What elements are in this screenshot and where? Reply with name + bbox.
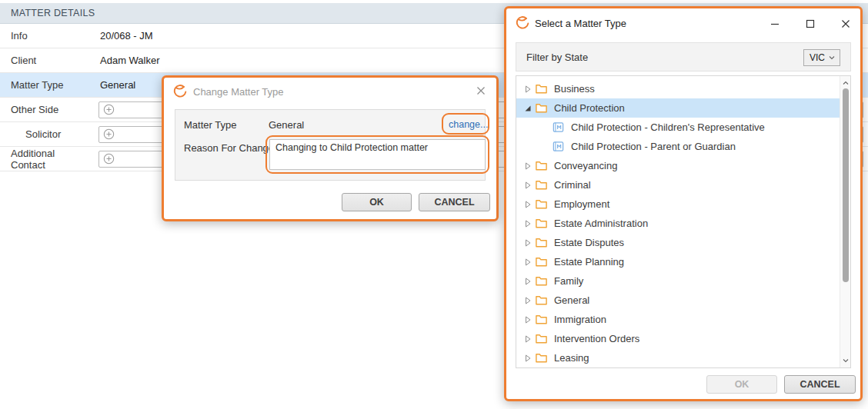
solicitor-label: Solicitor xyxy=(0,128,89,140)
expand-arrow-collapsed-icon[interactable] xyxy=(522,257,533,268)
folder-icon xyxy=(535,255,548,268)
cancel-button[interactable]: CANCEL xyxy=(784,375,856,394)
close-icon[interactable] xyxy=(476,85,486,96)
tree-item-estate-disputes[interactable]: Estate Disputes xyxy=(516,233,840,252)
add-circle-icon xyxy=(103,153,115,165)
select-matter-type-dialog: Select a Matter Type Filter by State VIC… xyxy=(504,6,863,401)
tree-item-business[interactable]: Business xyxy=(516,79,840,98)
filter-by-state-row: Filter by State VIC xyxy=(516,42,851,71)
tree-item-estate-administration[interactable]: Estate Administration xyxy=(516,214,840,233)
tree-item-immigration[interactable]: Immigration xyxy=(516,310,840,329)
tree-item-label: Child Protection - Children's Representa… xyxy=(571,121,765,133)
dialog-title: Select a Matter Type xyxy=(535,18,626,29)
state-dropdown-value: VIC xyxy=(810,52,825,63)
tree-item-label: Conveyancing xyxy=(554,160,617,171)
expand-arrow-collapsed-icon[interactable] xyxy=(522,314,533,325)
field-reason-label: Reason For Change xyxy=(184,142,274,154)
folder-icon xyxy=(535,351,548,364)
maximize-icon[interactable] xyxy=(806,19,815,28)
tree-item-child-protection[interactable]: Child Protection xyxy=(516,98,840,118)
matter-type-label: Matter Type xyxy=(0,79,89,91)
tree-item-employment[interactable]: Employment xyxy=(516,195,840,214)
info-label: Info xyxy=(0,30,89,42)
matter-type-tree: Business Child Protection Child Protecti… xyxy=(516,75,851,368)
tree-item-cp-childrens-representative[interactable]: Child Protection - Children's Representa… xyxy=(516,118,840,137)
field-matter-type-value: General xyxy=(269,119,304,131)
tree-item-label: Estate Administration xyxy=(554,218,648,229)
tree-item-label: Child Protection - Parent or Guardian xyxy=(571,141,736,152)
expand-arrow-collapsed-icon[interactable] xyxy=(522,218,533,229)
additional-contact-label: Additional Contact xyxy=(0,148,89,171)
scroll-up-icon[interactable] xyxy=(842,79,850,87)
expand-arrow-collapsed-icon[interactable] xyxy=(522,161,533,171)
folder-icon xyxy=(535,236,548,249)
scroll-down-icon[interactable] xyxy=(842,357,850,364)
expand-arrow-collapsed-icon[interactable] xyxy=(522,180,533,191)
tree-item-label: Family xyxy=(554,275,583,287)
app-window: MATTER DETAILS Info 20/068 - JM Client A… xyxy=(0,0,868,409)
expand-arrow-collapsed-icon[interactable] xyxy=(522,199,533,210)
matter-type-icon xyxy=(552,140,565,153)
folder-icon xyxy=(535,82,548,95)
tree-item-leasing[interactable]: Leasing xyxy=(516,348,840,367)
tree-item-label: Employment xyxy=(554,198,609,210)
cancel-button[interactable]: CANCEL xyxy=(419,193,490,211)
matter-type-value: General xyxy=(89,79,135,91)
expand-arrow-expanded-icon[interactable] xyxy=(522,103,533,114)
other-side-label: Other Side xyxy=(0,104,89,115)
expand-arrow-collapsed-icon[interactable] xyxy=(522,295,533,306)
scrollbar-thumb[interactable] xyxy=(843,88,849,282)
change-link[interactable]: change... xyxy=(449,119,488,130)
tree-item-intervention-orders[interactable]: Intervention Orders xyxy=(516,329,840,348)
client-label: Client xyxy=(0,55,89,66)
ok-button[interactable]: OK xyxy=(342,193,412,211)
add-circle-icon xyxy=(103,128,115,140)
folder-icon xyxy=(535,332,548,345)
ok-button-disabled: OK xyxy=(706,375,777,394)
smokeball-logo-icon xyxy=(173,85,187,98)
info-value: 20/068 - JM xyxy=(89,30,153,42)
dialog-title: Change Matter Type xyxy=(193,86,284,98)
tree-item-label: Estate Disputes xyxy=(554,237,624,248)
tree-item-general[interactable]: General xyxy=(516,291,840,310)
folder-icon xyxy=(535,101,548,115)
tree-item-label: Immigration xyxy=(554,314,606,325)
expand-arrow-collapsed-icon[interactable] xyxy=(522,334,533,344)
tree-item-conveyancing[interactable]: Conveyancing xyxy=(516,156,840,175)
filter-by-state-label: Filter by State xyxy=(526,52,588,63)
field-matter-type-label: Matter Type xyxy=(184,119,236,131)
client-value: Adam Walker xyxy=(89,55,160,66)
minimize-icon[interactable] xyxy=(770,19,780,28)
reason-for-change-textarea[interactable]: Changing to Child Protection matter xyxy=(269,139,486,170)
tree-item-label: Estate Planning xyxy=(554,256,624,268)
chevron-down-icon xyxy=(828,54,836,62)
folder-icon xyxy=(535,294,548,307)
state-dropdown[interactable]: VIC xyxy=(803,49,840,66)
tree-item-family[interactable]: Family xyxy=(516,271,840,291)
smokeball-logo-icon xyxy=(516,16,529,30)
close-icon[interactable] xyxy=(840,18,851,29)
folder-icon xyxy=(535,217,548,230)
tree-scrollbar[interactable] xyxy=(840,76,850,367)
tree-item-label: Child Protection xyxy=(554,102,625,114)
tree-item-label: General xyxy=(554,294,589,306)
expand-arrow-collapsed-icon[interactable] xyxy=(522,353,533,364)
tree-item-label: Intervention Orders xyxy=(554,333,639,344)
add-circle-icon xyxy=(103,104,115,115)
tree-item-criminal[interactable]: Criminal xyxy=(516,175,840,195)
folder-icon xyxy=(535,313,548,326)
expand-arrow-collapsed-icon[interactable] xyxy=(522,276,533,287)
folder-icon xyxy=(535,198,548,211)
folder-icon xyxy=(535,274,548,288)
change-matter-type-dialog: Change Matter Type Matter Type General c… xyxy=(162,75,499,221)
expand-arrow-collapsed-icon[interactable] xyxy=(522,84,533,95)
tree-item-label: Criminal xyxy=(554,179,591,191)
tree-item-label: Business xyxy=(554,83,595,95)
folder-icon xyxy=(535,159,548,172)
folder-icon xyxy=(535,178,548,191)
tree-item-label: Leasing xyxy=(554,352,589,364)
tree-item-cp-parent-or-guardian[interactable]: Child Protection - Parent or Guardian xyxy=(516,137,840,156)
tree-item-estate-planning[interactable]: Estate Planning xyxy=(516,252,840,271)
matter-type-icon xyxy=(552,121,565,134)
expand-arrow-collapsed-icon[interactable] xyxy=(522,238,533,248)
